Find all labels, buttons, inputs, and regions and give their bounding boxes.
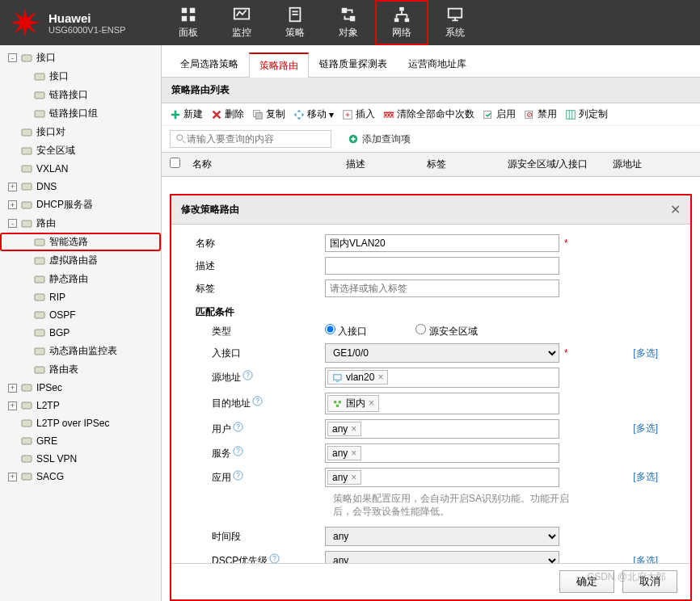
sidebar-item[interactable]: +L2TP <box>0 397 161 414</box>
sidebar-item[interactable]: SSL VPN <box>0 450 161 468</box>
tagbox-dst-addr[interactable]: 国内× <box>325 393 559 414</box>
tree-toggle-icon[interactable]: + <box>8 384 17 393</box>
tab-policy-routing[interactable]: 策略路由 <box>249 53 309 78</box>
sidebar-item[interactable]: -路由 <box>0 214 161 233</box>
sidebar-item[interactable]: +DHCP服务器 <box>0 195 161 214</box>
sidebar-item[interactable]: 智能选路 <box>0 233 161 251</box>
sidebar-item[interactable]: 链路接口组 <box>0 104 161 123</box>
sidebar-item[interactable]: L2TP over IPSec <box>0 414 161 432</box>
search-input[interactable] <box>187 133 326 145</box>
nav-network[interactable]: 网络 <box>375 0 428 45</box>
btn-move[interactable]: 移动 ▾ <box>293 107 334 121</box>
sidebar-item[interactable]: 链路接口 <box>0 86 161 104</box>
chip-remove-icon[interactable]: × <box>351 472 356 483</box>
sidebar-item[interactable]: BGP <box>0 324 161 342</box>
tree-toggle-icon[interactable]: + <box>8 473 17 481</box>
btn-customize-columns[interactable]: 列定制 <box>565 107 608 121</box>
nav-policy[interactable]: 策略 <box>268 0 322 45</box>
svg-rect-20 <box>22 55 32 61</box>
btn-delete[interactable]: 删除 <box>211 107 244 121</box>
help-icon[interactable]: ? <box>233 446 243 456</box>
nav-object[interactable]: 对象 <box>322 0 375 45</box>
sidebar-item[interactable]: RIP <box>0 288 161 306</box>
btn-enable[interactable]: 启用 <box>483 107 516 121</box>
ok-button[interactable]: 确定 <box>559 570 614 593</box>
help-icon[interactable]: ? <box>252 396 263 406</box>
tree-toggle-icon[interactable]: + <box>8 183 17 191</box>
input-desc[interactable] <box>325 257 559 275</box>
plus-icon <box>170 109 181 120</box>
help-icon[interactable]: ? <box>233 422 243 432</box>
sidebar-item[interactable]: 动态路由监控表 <box>0 342 161 360</box>
tree-toggle-icon[interactable]: - <box>8 53 17 62</box>
chip-remove-icon[interactable]: × <box>351 423 356 435</box>
tree-toggle-icon[interactable]: + <box>8 401 17 410</box>
sidebar-item[interactable]: 静态路由 <box>0 270 161 288</box>
select-dscp[interactable]: any <box>325 551 559 563</box>
tagbox-service[interactable]: any× <box>325 443 559 463</box>
nav-monitor[interactable]: 监控 <box>215 0 268 45</box>
tree-toggle-icon[interactable]: + <box>8 200 17 209</box>
btn-clear-hits[interactable]: 000清除全部命中次数 <box>383 107 474 121</box>
sidebar-item[interactable]: +IPSec <box>0 379 161 397</box>
cancel-button[interactable]: 取消 <box>622 570 677 593</box>
radio-src-zone[interactable]: 源安全区域 <box>415 324 477 338</box>
tree-node-icon <box>20 452 33 465</box>
tree-node-icon <box>33 236 46 249</box>
chip-remove-icon[interactable]: × <box>369 397 374 409</box>
tab-global-routing[interactable]: 全局选路策略 <box>170 52 249 77</box>
svg-rect-23 <box>35 111 44 117</box>
sidebar-item[interactable]: 安全区域 <box>0 141 161 160</box>
help-icon[interactable]: ? <box>242 370 253 380</box>
more-link-iface[interactable]: [多选] <box>633 347 658 360</box>
more-link-app[interactable]: [多选] <box>633 470 658 484</box>
more-link-user[interactable]: [多选] <box>633 422 658 435</box>
chip-remove-icon[interactable]: × <box>351 448 356 459</box>
more-link-dscp[interactable]: [多选] <box>633 554 658 563</box>
disable-icon <box>524 109 535 120</box>
svg-rect-1 <box>190 8 195 13</box>
sidebar-item[interactable]: +SACG <box>0 468 161 485</box>
sidebar-item[interactable]: 路由表 <box>0 360 161 379</box>
sidebar-tree: -接口接口链路接口链路接口组接口对安全区域VXLAN+DNS+DHCP服务器-路… <box>0 45 162 601</box>
tree-toggle-icon[interactable]: - <box>8 219 17 228</box>
move-icon <box>293 109 305 120</box>
nav-dashboard[interactable]: 面板 <box>162 0 215 45</box>
nav-system[interactable]: 系统 <box>428 0 482 45</box>
btn-disable[interactable]: 禁用 <box>524 107 557 121</box>
tagbox-user[interactable]: any× <box>325 419 559 439</box>
tree-node-icon <box>33 326 46 339</box>
radio-in-interface[interactable]: 入接口 <box>325 324 367 338</box>
sidebar-item[interactable]: -接口 <box>0 48 161 67</box>
tab-isp-address[interactable]: 运营商地址库 <box>398 52 477 77</box>
dialog-close-button[interactable]: ✕ <box>670 202 681 217</box>
sidebar-item[interactable]: 接口 <box>0 67 161 86</box>
btn-new[interactable]: 新建 <box>170 107 203 121</box>
tagbox-app[interactable]: any× <box>325 468 559 487</box>
search-box[interactable] <box>170 130 331 148</box>
select-in-interface[interactable]: GE1/0/0 <box>325 343 559 363</box>
sidebar-item[interactable]: VXLAN <box>0 160 161 178</box>
tree-label: 路由 <box>36 216 56 230</box>
help-icon[interactable]: ? <box>233 470 243 481</box>
select-period[interactable]: any <box>325 527 559 546</box>
help-icon[interactable]: ? <box>269 553 280 563</box>
device-model: USG6000V1-ENSP <box>48 25 125 35</box>
tab-quality-probe[interactable]: 链路质量探测表 <box>309 52 398 77</box>
input-tag[interactable] <box>325 279 559 297</box>
system-icon <box>446 6 464 23</box>
svg-rect-53 <box>567 110 576 119</box>
sidebar-item[interactable]: +DNS <box>0 178 161 195</box>
sidebar-item[interactable]: OSPF <box>0 306 161 324</box>
btn-insert[interactable]: 插入 <box>342 107 375 121</box>
sidebar-item[interactable]: GRE <box>0 432 161 450</box>
tagbox-src-addr[interactable]: vlan20× <box>325 368 559 388</box>
svg-rect-2 <box>182 16 187 21</box>
sidebar-item[interactable]: 接口对 <box>0 123 161 141</box>
input-name[interactable] <box>325 234 559 252</box>
select-all-checkbox[interactable] <box>170 158 180 168</box>
sidebar-item[interactable]: 虚拟路由器 <box>0 251 161 270</box>
add-filter-button[interactable]: 添加查询项 <box>348 132 411 146</box>
btn-copy[interactable]: 复制 <box>252 107 285 121</box>
chip-remove-icon[interactable]: × <box>377 372 383 383</box>
